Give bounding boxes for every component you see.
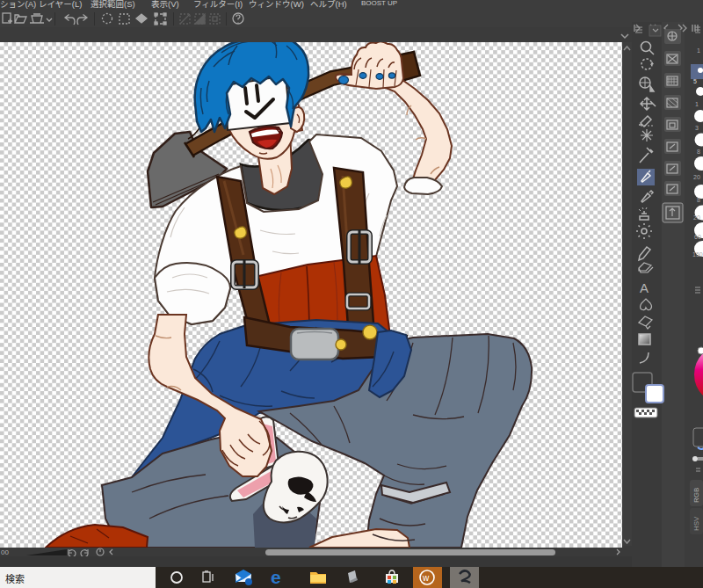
svg-text:00: 00 bbox=[1, 548, 9, 556]
svg-text:RGB: RGB bbox=[692, 488, 700, 503]
svg-text:8: 8 bbox=[697, 197, 700, 203]
svg-text:e: e bbox=[271, 567, 281, 587]
svg-text:8: 8 bbox=[697, 149, 700, 155]
svg-text:5: 5 bbox=[693, 78, 697, 84]
svg-text:A: A bbox=[640, 280, 649, 295]
svg-text:w: w bbox=[422, 573, 430, 583]
svg-text:20: 20 bbox=[693, 214, 700, 221]
svg-text:150: 150 bbox=[692, 251, 703, 258]
svg-text:60: 60 bbox=[694, 234, 701, 240]
svg-text:1: 1 bbox=[697, 47, 700, 54]
svg-text:20: 20 bbox=[693, 174, 700, 180]
svg-text:1: 1 bbox=[695, 101, 699, 107]
svg-text:HSV: HSV bbox=[692, 516, 700, 531]
svg-text:3: 3 bbox=[695, 125, 699, 131]
